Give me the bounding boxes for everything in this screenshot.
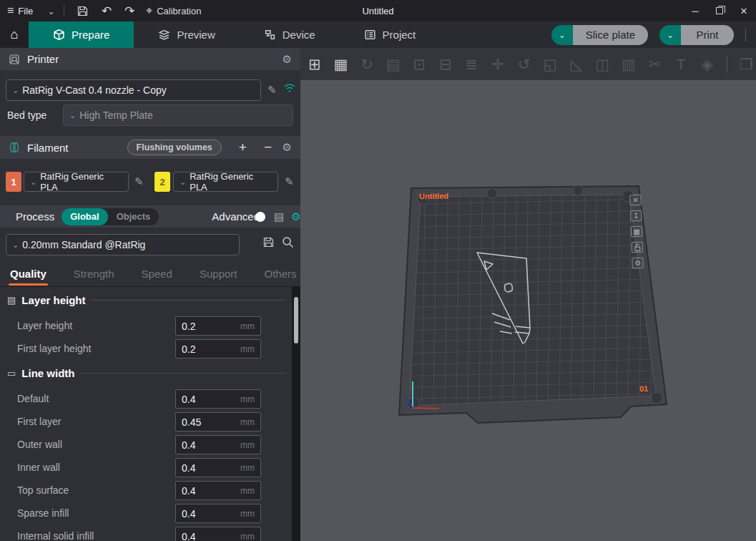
line-width-default-input[interactable]: 0.4 mm (175, 389, 261, 409)
maximize-button[interactable] (707, 0, 732, 21)
filament-2-dropdown[interactable]: ⌄ RatRig Generic PLA (173, 172, 278, 192)
tab-preview[interactable]: Preview (134, 21, 239, 48)
tab-quality[interactable]: Quality (10, 263, 46, 287)
filament-settings-icon[interactable]: ⚙ (283, 141, 292, 154)
line-width-outer-wall-input[interactable]: 0.4 mm (175, 435, 261, 454)
calibration-button[interactable]: ⌖ Calibration (146, 2, 201, 19)
param-value: 0.4 (182, 485, 195, 497)
tab-support[interactable]: Support (200, 263, 237, 287)
assembly-icon[interactable]: ❒ (736, 54, 756, 75)
filament-1-dropdown[interactable]: ⌄ RatRig Generic PLA (24, 172, 129, 192)
edit-filament-2-icon[interactable]: ✎ (285, 175, 294, 188)
tab-prepare[interactable]: Prepare (29, 21, 134, 48)
compare-presets-icon[interactable]: ⚙ (291, 210, 300, 223)
remove-filament-button[interactable]: − (264, 140, 272, 155)
plate-name-label[interactable]: Untitled (419, 192, 448, 201)
redo-button[interactable]: ↷ (120, 2, 139, 19)
line-width-first-layer-input[interactable]: 0.45 mm (175, 412, 261, 432)
tab-project[interactable]: Project (340, 21, 441, 48)
delete-plate-icon[interactable]: ✕ (629, 195, 642, 206)
param-value: 0.4 (182, 394, 195, 405)
layer-height-input[interactable]: 0.2 mm (175, 316, 261, 336)
slice-options-button[interactable]: ⌄ (551, 25, 573, 45)
undo-button[interactable]: ↶ (97, 2, 116, 19)
advanced-label: Advanced (212, 210, 260, 223)
tab-strength[interactable]: Strength (74, 263, 114, 287)
lock-plate-icon[interactable] (632, 242, 644, 253)
paint-icon[interactable]: ◈ (697, 54, 717, 75)
process-preset-dropdown[interactable]: ⌄ 0.20mm Standard @RatRig (6, 234, 240, 255)
print-options-button[interactable]: ⌄ (659, 25, 681, 45)
file-menu[interactable]: File (18, 6, 33, 16)
line-width-inner-wall-input[interactable]: 0.4 mm (175, 458, 261, 477)
line-width-sparse-infill-input[interactable]: 0.4 mm (175, 504, 261, 523)
line-width-section-title: Line width (21, 367, 74, 379)
tab-device[interactable]: Device (240, 21, 340, 48)
scale-icon[interactable]: ◱ (540, 54, 560, 75)
rotate-icon[interactable]: ↺ (514, 54, 534, 75)
edit-printer-icon[interactable]: ✎ (267, 84, 277, 97)
viewport-3d[interactable]: Untitled 01 ✕ ↧ ▦ ⚙ (300, 80, 756, 541)
print-button[interactable]: Print (681, 25, 734, 45)
minimize-button[interactable]: ─ (683, 0, 707, 21)
process-preset-value: 0.20mm Standard @RatRig (22, 239, 145, 250)
param-unit: mm (240, 532, 255, 541)
layers-icon[interactable]: ≣ (462, 54, 482, 75)
auto-orient-icon[interactable]: ↻ (357, 54, 377, 75)
param-unit: mm (240, 321, 255, 331)
printer-settings-icon[interactable]: ⚙ (283, 53, 292, 66)
line-width-internal-solid-infill-input[interactable]: 0.4 mm (175, 527, 261, 541)
param-unit: mm (240, 394, 255, 404)
calibration-icon: ⌖ (146, 4, 152, 17)
flushing-volumes-button[interactable]: Flushing volumes (127, 140, 222, 155)
add-plate-icon[interactable]: ▦ (331, 54, 351, 75)
first-layer-height-input[interactable]: 0.2 mm (175, 339, 261, 359)
arrange-icon[interactable]: ▤ (383, 54, 403, 75)
move-icon[interactable]: ✛ (488, 54, 508, 75)
arrange-plate-icon[interactable]: ▦ (631, 226, 643, 238)
slice-plate-button[interactable]: Slice plate (573, 25, 648, 45)
plate-number-label: 01 (639, 384, 649, 394)
tab-prepare-label: Prepare (72, 29, 109, 41)
tab-speed[interactable]: Speed (142, 263, 172, 287)
layer-height-section-title: Layer height (21, 294, 85, 306)
add-filament-button[interactable]: + (239, 140, 247, 155)
param-value: 0.4 (182, 439, 195, 451)
edit-filament-1-icon[interactable]: ✎ (134, 175, 144, 188)
tab-device-label: Device (283, 29, 315, 41)
copy-icon[interactable]: ⊡ (409, 54, 429, 75)
variable-layer-height-icon[interactable]: ▥ (619, 54, 639, 75)
main-tab-bar: ⌂ Prepare Preview Device Project ⌄ Slice… (0, 21, 756, 48)
wifi-icon[interactable] (283, 83, 296, 93)
tab-others[interactable]: Others (265, 263, 297, 287)
text-icon[interactable]: T (671, 54, 691, 75)
chevron-down-icon[interactable]: ⌄ (47, 6, 55, 16)
save-preset-button[interactable] (263, 237, 274, 250)
section-divider (80, 373, 286, 374)
redo-icon: ↷ (124, 4, 134, 19)
close-button[interactable]: ✕ (732, 0, 756, 21)
split-icon[interactable]: ◫ (593, 54, 613, 75)
add-object-icon[interactable]: ⊞ (305, 54, 325, 75)
scope-global-button[interactable]: Global (62, 208, 107, 225)
printer-section-title: Printer (27, 53, 59, 65)
home-button[interactable]: ⌂ (0, 21, 29, 48)
param-value: 0.4 (182, 462, 195, 474)
bed-type-dropdown[interactable]: ⌄ High Temp Plate (63, 104, 293, 126)
filament-2-badge[interactable]: 2 (154, 172, 170, 192)
lay-on-face-icon[interactable]: ◺ (566, 54, 586, 75)
scrollbar-thumb[interactable] (294, 297, 298, 343)
parameter-list-icon[interactable]: ▤ (274, 210, 284, 223)
printer-preset-dropdown[interactable]: ⌄ RatRig V-Cast 0.4 nozzle - Copy (6, 79, 261, 101)
paste-icon[interactable]: ⊟ (436, 54, 456, 75)
filament-1-badge[interactable]: 1 (6, 172, 21, 192)
plate-settings-icon[interactable]: ⚙ (632, 258, 644, 269)
scrollbar-track[interactable] (292, 286, 300, 541)
search-button[interactable] (282, 236, 294, 251)
scope-objects-button[interactable]: Objects (108, 208, 159, 225)
line-width-top-surface-input[interactable]: 0.4 mm (175, 481, 261, 500)
save-button[interactable] (73, 2, 92, 19)
prepare-cube-icon (53, 29, 65, 41)
cut-icon[interactable]: ✂ (645, 54, 665, 75)
orient-plate-icon[interactable]: ↧ (630, 210, 642, 222)
